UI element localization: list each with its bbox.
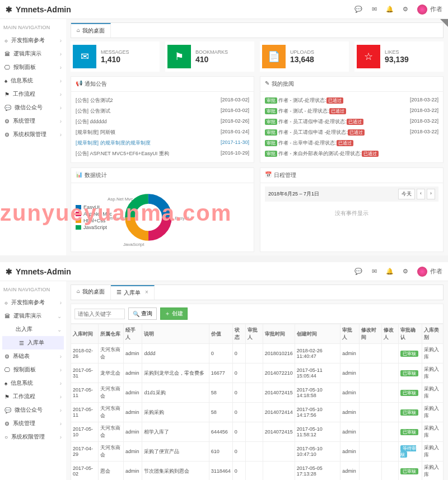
menu-icon: ⟐ <box>4 300 8 306</box>
table-row[interactable]: 2017-05-11天河东商会admind1d1采购58020140724152… <box>71 383 444 403</box>
data-table: 入库时间所属仓库经手人说明价值状态审批人审批时间创建时间审批人修改时间修改人审批… <box>71 324 444 480</box>
collapse-corner[interactable] <box>440 19 448 27</box>
settings-icon[interactable]: ⚙ <box>402 268 409 276</box>
announce-row[interactable]: [规章制度] 的规章制度的规章制度[2017-11-30] <box>76 138 249 148</box>
col-header[interactable]: 修改时间 <box>359 324 381 344</box>
col-header[interactable]: 说明 <box>142 324 209 344</box>
sidebar-item[interactable]: 🖵报制面板› <box>2 363 64 376</box>
col-header[interactable]: 经手人 <box>123 324 142 344</box>
table-row[interactable]: 2017-04-29天河东商会admin采购了便宜产品61002017-05-1… <box>71 442 444 462</box>
menu-icon: ♠ <box>4 78 7 84</box>
col-header[interactable]: 所属仓库 <box>98 324 123 344</box>
table-row[interactable]: 2017-05-10天河东商会admin相学入库了644456020140724… <box>71 422 444 442</box>
avatar <box>417 267 427 277</box>
menu-icon: ⚙ <box>4 118 10 124</box>
col-header[interactable]: 价值 <box>209 324 232 344</box>
col-header[interactable]: 入库时间 <box>71 324 99 344</box>
table-row[interactable]: 2017-05-31龙华北会admin采购到龙华北会，零食费多166770201… <box>71 364 444 383</box>
sidebar-item[interactable]: ☰入库单 <box>2 336 64 349</box>
approval-row[interactable]: 审批作者 - 出章申请-处理状态:已通过 <box>265 138 438 148</box>
table-row[interactable]: 2017-05-02恩会admin节次团集采购到恩会311846402017-0… <box>71 462 444 481</box>
sidebar-item[interactable]: ⟐开发指南参考› <box>2 296 64 309</box>
stat-card[interactable]: ☆LIKES93,139 <box>354 41 444 72</box>
panel-schedule: 📅日程管理 2018年6月25 – 7月1日 今天 ‹ › 没有事件显示 <box>260 167 444 252</box>
edit-icon: ✎ <box>265 80 269 88</box>
sidebar-item[interactable]: ♠信息系统› <box>2 74 64 87</box>
brand: ✱ Ymnets-Admin <box>6 5 71 14</box>
today-button[interactable]: 今天 <box>398 189 415 199</box>
stat-card[interactable]: ✉MESSAGES1,410 <box>71 41 160 72</box>
donut-chart: Asp.Net Mvc Html+Css EasyUI JavaScript <box>118 187 179 248</box>
mail-icon[interactable]: ✉ <box>370 6 378 13</box>
home-icon: ⌂ <box>77 27 80 35</box>
approval-row[interactable]: 审批作者 - 员工请假申请 -处理状态:已通过[2018-03-22] <box>265 127 438 138</box>
tab-entry[interactable]: ☰入库单× <box>111 285 155 300</box>
approval-row[interactable]: 审批作者 - 来自外部表单的测试-处理状态:已通过 <box>265 148 438 159</box>
col-header[interactable]: 状态 <box>232 324 245 344</box>
search-button[interactable]: 🔍查询 <box>128 307 157 320</box>
menu-icon: ⚙ <box>4 421 10 427</box>
user-menu[interactable]: 作者 <box>417 267 442 277</box>
sidebar-item[interactable]: ⚑工作流程› <box>2 87 64 101</box>
stat-card[interactable]: 📄UPLOADS13,648 <box>260 41 349 72</box>
sidebar-item[interactable]: 🏛逻辑库演示› <box>2 47 64 60</box>
chat-icon[interactable]: 💬 <box>354 6 362 13</box>
menu-icon: ⚑ <box>4 91 10 97</box>
sidebar-item[interactable]: ⚑工作流程› <box>2 390 64 403</box>
bell-icon[interactable]: 🔔 <box>386 268 394 276</box>
legend-item: EasyUI <box>76 204 112 210</box>
sidebar-item[interactable]: 🖵报制面板› <box>2 60 64 74</box>
chat-icon[interactable]: 💬 <box>354 268 362 276</box>
col-header[interactable]: 创建时间 <box>295 324 340 344</box>
announce-row[interactable]: [公告] 公告测试2[2018-03-02] <box>76 95 249 106</box>
panel-announce: 📢通知公告 [公告] 公告测试2[2018-03-02][公告] 公告测试[20… <box>71 76 254 163</box>
menu-icon: ⚑ <box>4 394 10 400</box>
sidebar-item[interactable]: 💬微信公众号› <box>2 101 64 114</box>
sidebar-item[interactable]: ♠信息系统› <box>2 376 64 390</box>
stat-card[interactable]: ⚑BOOKMARKS410 <box>165 41 254 72</box>
prev-button[interactable]: ‹ <box>417 189 425 199</box>
approval-row[interactable]: 审批作者 - 测试 - 处理状态:已通过[2018-03-22] <box>265 106 438 116</box>
avatar <box>417 4 427 15</box>
sidebar-item[interactable]: ⚙系统权限管理› <box>2 128 64 141</box>
tab-desktop[interactable]: ⌂我的桌面 <box>71 285 111 300</box>
sidebar-item[interactable]: ⟐开发指南参考› <box>2 34 64 47</box>
mail-icon[interactable]: ✉ <box>370 268 378 276</box>
menu-icon: 🖵 <box>4 367 10 373</box>
announce-row[interactable]: [规章制度] 阿斯顿[2018-01-24] <box>76 127 249 138</box>
next-button[interactable]: › <box>427 189 435 199</box>
col-header[interactable]: 审批人 <box>246 324 263 344</box>
create-button[interactable]: ＋创建 <box>160 307 188 320</box>
col-header[interactable]: 入库类别 <box>422 324 444 344</box>
table-row[interactable]: 2018-02-26天河东商会admindddd0020180102162018… <box>71 344 444 364</box>
sidebar-item[interactable]: ⚙系统管理› <box>2 417 64 430</box>
sidebar-item[interactable]: ○系统权限管理› <box>2 430 64 444</box>
settings-icon[interactable]: ⚙ <box>402 6 409 13</box>
bell-icon[interactable]: 🔔 <box>386 6 394 13</box>
table-row[interactable]: 2017-05-11天河东商会admin采购采购5802014072414201… <box>71 403 444 422</box>
sidebar-item[interactable]: 出入库⌄ <box>2 323 64 336</box>
announce-row[interactable]: [公告] ASP.NET MVC5+EF6+EasyUI 重构[2016-10-… <box>76 148 249 159</box>
approval-row[interactable]: 审批作者 - 员工请假申请-处理状态:已通过[2018-03-22] <box>265 116 438 127</box>
calendar-icon: 📅 <box>265 171 272 179</box>
user-menu[interactable]: 作者 <box>417 4 442 15</box>
sidebar-item[interactable]: ⚙基础表› <box>2 349 64 363</box>
search-input[interactable] <box>74 309 125 319</box>
stat-icon: 📄 <box>262 45 286 68</box>
sidebar: MAIN NAVIGATION ⟐开发指南参考›🏛逻辑库演示›🖵报制面板›♠信息… <box>0 19 66 255</box>
legend-item: JavaScript <box>76 225 112 230</box>
approval-row[interactable]: 审批作者 - 测试-处理状态:已通过[2018-03-22] <box>265 95 438 106</box>
tab-desktop[interactable]: ⌂我的桌面 <box>71 23 111 38</box>
home-icon: ⌂ <box>77 288 80 297</box>
announce-row[interactable]: [公告] dddddd[2018-02-26] <box>76 116 249 127</box>
col-header[interactable]: 审批确认 <box>399 324 422 344</box>
col-header[interactable]: 审批人 <box>340 324 360 344</box>
sidebar-item[interactable]: ⚙系统管理› <box>2 114 64 128</box>
sidebar-item[interactable]: 💬微信公众号› <box>2 403 64 417</box>
col-header[interactable]: 修改人 <box>381 324 399 344</box>
close-icon[interactable]: × <box>145 289 148 297</box>
col-header[interactable]: 审批时间 <box>263 324 295 344</box>
menu-icon: ♠ <box>4 380 7 386</box>
sidebar-item[interactable]: 🏛逻辑库演示⌄ <box>2 309 64 323</box>
announce-row[interactable]: [公告] 公告测试[2018-03-02] <box>76 106 249 116</box>
